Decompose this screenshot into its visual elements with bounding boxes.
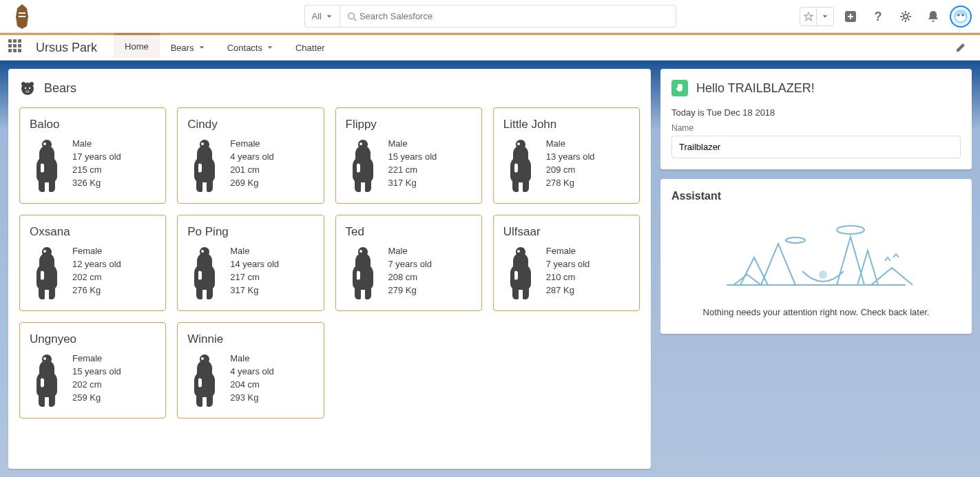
bear-weight: 317 Kg <box>388 178 437 188</box>
bear-stats: Female 12 years old 202 cm 276 Kg <box>72 246 121 295</box>
bears-card: Bears Baloo Male 17 years old 215 cm 326… <box>8 69 651 469</box>
bear-card[interactable]: Cindy Female 4 years old 201 cm 269 Kg <box>177 107 324 204</box>
nav-item-label: Bears <box>171 43 194 53</box>
notifications-button[interactable] <box>922 6 944 28</box>
svg-point-0 <box>348 12 355 19</box>
bear-stats: Male 13 years old 209 cm 278 Kg <box>546 138 595 188</box>
nav-item-bears[interactable]: Bears <box>160 35 216 60</box>
hello-icon <box>671 80 688 96</box>
setup-button[interactable] <box>895 6 917 28</box>
bear-sex: Male <box>388 246 432 256</box>
bear-silhouette-icon <box>503 138 538 193</box>
bear-card[interactable]: Little John Male 13 years old 209 cm 278… <box>493 107 640 204</box>
bear-height: 217 cm <box>230 272 279 282</box>
bear-card[interactable]: Po Ping Male 14 years old 217 cm 317 Kg <box>177 215 324 311</box>
bear-sex: Male <box>230 246 279 256</box>
bear-weight: 317 Kg <box>230 285 279 295</box>
bear-height: 204 cm <box>230 379 274 390</box>
nav-item-label: Home <box>125 41 149 52</box>
bear-weight: 326 Kg <box>72 178 121 188</box>
gear-icon <box>899 10 913 23</box>
hello-card: Hello TRAILBLAZER! Today is Tue Dec 18 2… <box>660 69 972 169</box>
bear-height: 215 cm <box>72 165 121 175</box>
global-header: All ? <box>0 0 980 33</box>
bear-name: Winnie <box>187 332 313 346</box>
svg-point-14 <box>25 90 30 93</box>
assistant-message: Nothing needs your attention right now. … <box>703 307 930 317</box>
bear-card[interactable]: Oxsana Female 12 years old 202 cm 276 Kg <box>19 215 166 311</box>
svg-point-17 <box>837 226 864 234</box>
nav-item-chatter[interactable]: Chatter <box>284 35 336 60</box>
chevron-down-icon <box>326 13 333 20</box>
nav-item-home[interactable]: Home <box>114 33 160 58</box>
bear-card[interactable]: Flippy Male 15 years old 221 cm 317 Kg <box>335 107 482 204</box>
name-input[interactable] <box>671 136 961 158</box>
avatar-icon <box>952 8 969 25</box>
favorite-button[interactable] <box>800 8 817 25</box>
search-input[interactable] <box>357 6 669 27</box>
bear-sex: Female <box>72 353 121 363</box>
bear-height: 210 cm <box>546 272 590 282</box>
bear-card[interactable]: Baloo Male 17 years old 215 cm 326 Kg <box>19 107 166 204</box>
bear-silhouette-icon <box>503 246 538 301</box>
bear-stats: Male 17 years old 215 cm 326 Kg <box>72 138 121 188</box>
bear-weight: 293 Kg <box>230 392 274 403</box>
search-scope-label: All <box>312 11 322 21</box>
app-launcher-button[interactable] <box>8 39 25 56</box>
svg-point-13 <box>29 87 30 89</box>
bear-sex: Male <box>72 138 121 149</box>
svg-point-7 <box>958 14 960 16</box>
avatar[interactable] <box>950 6 972 28</box>
bear-silhouette-icon <box>30 353 64 408</box>
bear-silhouette-icon <box>346 246 380 301</box>
bear-weight: 287 Kg <box>546 285 590 295</box>
bear-stats: Female 4 years old 201 cm 269 Kg <box>230 138 274 188</box>
content-area: Bears Baloo Male 17 years old 215 cm 326… <box>0 61 980 477</box>
search-scope-select[interactable]: All <box>304 5 340 28</box>
bear-height: 202 cm <box>72 272 121 282</box>
bear-age: 14 years old <box>230 259 279 269</box>
hello-title: Hello TRAILBLAZER! <box>696 81 815 96</box>
search-input-container <box>340 5 676 28</box>
assistant-illustration: Nothing needs your attention right now. … <box>671 211 961 323</box>
bear-card[interactable]: Ungnyeo Female 15 years old 202 cm 259 K… <box>19 322 166 418</box>
name-field-label: Name <box>671 123 961 133</box>
bear-stats: Male 15 years old 221 cm 317 Kg <box>388 138 437 188</box>
app-name: Ursus Park <box>36 41 97 55</box>
edit-nav-button[interactable] <box>950 36 972 59</box>
bear-age: 12 years old <box>72 259 121 269</box>
favorites-split-button <box>800 7 834 26</box>
star-icon <box>804 12 813 21</box>
search-icon <box>347 12 357 21</box>
hello-header: Hello TRAILBLAZER! <box>671 80 961 96</box>
svg-point-18 <box>786 237 805 243</box>
bear-age: 17 years old <box>72 151 121 162</box>
nav-item-contacts[interactable]: Contacts <box>216 35 284 60</box>
bear-weight: 279 Kg <box>388 285 432 295</box>
favorites-menu-button[interactable] <box>817 8 833 25</box>
bear-silhouette-icon <box>346 138 380 193</box>
bear-stats: Female 7 years old 210 cm 287 Kg <box>546 246 590 295</box>
svg-point-12 <box>25 87 26 89</box>
bear-card[interactable]: Ted Male 7 years old 208 cm 279 Kg <box>335 215 482 311</box>
nav-bar: Ursus Park HomeBearsContactsChatter <box>0 33 980 61</box>
svg-point-6 <box>956 14 966 21</box>
bear-age: 4 years old <box>230 366 274 377</box>
bear-card[interactable]: Winnie Male 4 years old 204 cm 293 Kg <box>177 322 324 418</box>
question-icon: ? <box>871 10 885 23</box>
bear-height: 201 cm <box>230 165 274 175</box>
bear-sex: Male <box>388 138 437 149</box>
bear-stats: Male 14 years old 217 cm 317 Kg <box>230 246 279 295</box>
bear-head-icon <box>19 80 36 96</box>
bear-name: Flippy <box>346 118 472 131</box>
bear-weight: 276 Kg <box>72 285 121 295</box>
assistant-title: Assistant <box>671 190 961 202</box>
bear-name: Baloo <box>30 118 156 131</box>
bear-sex: Male <box>546 138 595 149</box>
add-button[interactable] <box>840 6 862 28</box>
bear-weight: 259 Kg <box>72 392 121 403</box>
bear-age: 4 years old <box>230 151 274 162</box>
help-button[interactable]: ? <box>867 6 889 28</box>
bear-card[interactable]: Ulfsaar Female 7 years old 210 cm 287 Kg <box>493 215 640 311</box>
nav-item-label: Contacts <box>227 43 262 53</box>
